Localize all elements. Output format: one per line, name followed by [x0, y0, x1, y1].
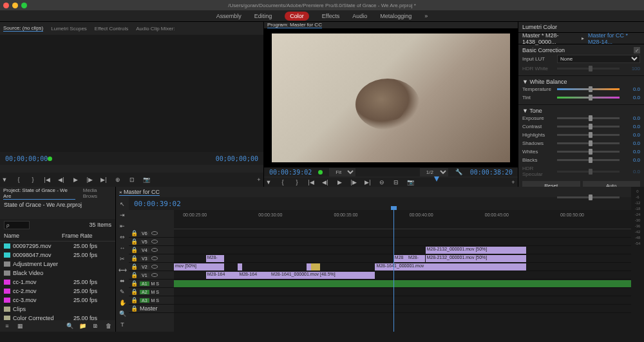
workspace-metalogging[interactable]: Metalogging — [380, 13, 412, 19]
icon-view-icon[interactable]: ▦ — [15, 321, 24, 330]
workspace-editing[interactable]: Editing — [254, 13, 272, 19]
contrast-value[interactable]: 0.0 — [622, 124, 640, 129]
source-tc-out[interactable]: 00;00;00;00 — [216, 155, 258, 162]
tab-effect-controls[interactable]: Effect Controls — [95, 26, 128, 32]
selection-tool-icon[interactable]: ↖ — [118, 200, 127, 209]
exposure-value[interactable]: 0.0 — [622, 115, 640, 121]
project-item[interactable]: cc-1.mov25.00 fps — [0, 278, 115, 287]
overwrite-icon[interactable]: ⊡ — [128, 175, 137, 184]
resolution-select[interactable]: 1/2 — [420, 168, 448, 176]
project-list[interactable]: 00097295.mov25.00 fps00098047.mov25.00 f… — [0, 242, 115, 320]
blacks-value[interactable]: 0.0 — [622, 157, 640, 163]
settings-icon[interactable]: + — [254, 175, 263, 184]
ripple-edit-icon[interactable]: ⇤ — [118, 222, 127, 231]
eye-icon[interactable] — [151, 240, 158, 243]
add-marker-icon[interactable]: ▼ — [0, 175, 9, 184]
program-monitor[interactable] — [264, 28, 518, 167]
shadows-slider[interactable] — [557, 142, 620, 144]
new-item-icon[interactable]: 🗎 — [91, 321, 100, 330]
timeline-tracks[interactable]: 00:00:25:0000:00:30:0000:00:35:0000:00:4… — [174, 210, 631, 332]
timeline-clip[interactable]: M28-164 — [238, 272, 270, 279]
whites-slider[interactable] — [557, 151, 620, 153]
source-scrubber[interactable] — [0, 165, 263, 173]
lock-icon[interactable]: 🔒 — [131, 305, 138, 312]
project-item[interactable]: Adjustment Layer — [0, 260, 115, 269]
temp-value[interactable]: 0.0 — [622, 86, 640, 92]
tab-lumetri-scopes[interactable]: Lumetri Scopes — [51, 26, 87, 32]
eye-icon[interactable] — [151, 248, 158, 252]
project-search[interactable] — [4, 221, 30, 229]
check-icon[interactable]: ✓ — [634, 47, 640, 53]
insert-icon[interactable]: ⊕ — [113, 175, 122, 184]
maximize-window[interactable] — [21, 3, 27, 8]
timeline-clip[interactable] — [307, 263, 311, 271]
lock-icon[interactable]: 🔒 — [131, 255, 138, 261]
project-item[interactable]: cc-3.mov25.00 fps — [0, 296, 115, 305]
timeline-clip[interactable]: M28-2132_000001.mov [50%] — [426, 247, 526, 254]
timeline-clip[interactable]: mov [50%] — [174, 263, 224, 271]
play-icon[interactable]: ▶ — [71, 175, 80, 184]
goto-out-icon[interactable]: ▶| — [363, 178, 372, 187]
wrench-icon[interactable]: 🔧 — [455, 167, 464, 176]
highlights-value[interactable]: 0.0 — [622, 132, 640, 138]
goto-in-icon[interactable]: |◀ — [43, 175, 52, 184]
temperature-slider[interactable] — [557, 88, 620, 90]
tab-program[interactable]: Program: Master for CC — [267, 22, 322, 28]
export-frame-icon[interactable]: 📷 — [142, 175, 151, 184]
track-header-V4[interactable]: 🔒V4 — [129, 246, 174, 254]
shadows-value[interactable]: 0.0 — [622, 140, 640, 146]
section-white-balance[interactable]: ▼ White Balance — [522, 79, 640, 85]
lock-icon[interactable]: 🔒 — [131, 230, 138, 236]
lumetri-clip[interactable]: Master for CC * M28-14... — [588, 32, 640, 45]
lock-icon[interactable]: 🔒 — [131, 280, 138, 287]
timeline-clip[interactable] — [238, 263, 242, 271]
track-header-A3[interactable]: 🔒A3M S — [129, 296, 174, 305]
contrast-slider[interactable] — [557, 126, 620, 128]
program-tc-current[interactable]: 00:00:39:02 — [269, 169, 312, 176]
col-name[interactable]: Name — [4, 233, 62, 239]
project-item[interactable]: Clips — [0, 305, 115, 314]
saturation-slider[interactable] — [557, 196, 620, 198]
mark-out-icon[interactable]: } — [292, 178, 301, 187]
list-view-icon[interactable]: ≡ — [3, 321, 12, 330]
eye-icon[interactable] — [151, 273, 158, 277]
lock-icon[interactable]: 🔒 — [131, 263, 138, 270]
blacks-slider[interactable] — [557, 159, 620, 161]
tab-sequence[interactable]: × Master for CC — [119, 189, 160, 196]
eye-icon[interactable] — [151, 265, 158, 269]
tint-value[interactable]: 0.0 — [622, 95, 640, 100]
step-back-icon[interactable]: ◀| — [321, 178, 330, 187]
play-icon[interactable]: ▶ — [335, 178, 344, 187]
workspace-assembly[interactable]: Assembly — [216, 13, 242, 19]
find-icon[interactable]: 🔍 — [65, 321, 74, 330]
workspace-color[interactable]: Color — [285, 12, 309, 21]
lock-icon[interactable]: 🔒 — [131, 272, 138, 278]
workspace-audio[interactable]: Audio — [352, 13, 367, 19]
export-frame-icon[interactable]: 📷 — [406, 178, 415, 187]
program-scrubber[interactable] — [264, 176, 518, 178]
razor-tool-icon[interactable]: ✂ — [118, 254, 127, 263]
lumetri-master[interactable]: Master * M28-1438_0000... — [522, 32, 578, 45]
lock-icon[interactable]: 🔒 — [131, 247, 138, 253]
minimize-window[interactable] — [12, 3, 18, 8]
project-item[interactable]: Color Corrected25.00 fps — [0, 314, 115, 320]
lock-icon[interactable]: 🔒 — [131, 297, 138, 303]
exposure-slider[interactable] — [557, 117, 620, 119]
source-tc-in[interactable]: 00;00;00;00 — [5, 155, 48, 162]
col-framerate[interactable]: Frame Rate — [62, 233, 94, 239]
goto-in-icon[interactable]: |◀ — [307, 178, 316, 187]
tab-source[interactable]: Source: (no clips) — [3, 25, 43, 32]
timeline-clip[interactable]: M28-2132_000001.mov [50%] — [426, 255, 526, 262]
timeline-clip[interactable]: M28 — [393, 255, 407, 262]
new-bin-icon[interactable]: 📁 — [78, 321, 87, 330]
source-monitor[interactable] — [0, 35, 263, 152]
trash-icon[interactable]: 🗑 — [104, 321, 113, 330]
track-header-V3[interactable]: 🔒V3 — [129, 254, 174, 263]
rolling-edit-icon[interactable]: ⇔ — [118, 233, 127, 242]
track-header-V2[interactable]: 🔒V2 — [129, 263, 174, 271]
settings-icon[interactable]: + — [509, 178, 518, 187]
project-item[interactable]: cc-2.mov25.00 fps — [0, 287, 115, 296]
track-header-V6[interactable]: 🔒V6 — [129, 229, 174, 238]
zoom-fit[interactable]: Fit — [329, 168, 355, 176]
pen-tool-icon[interactable]: ✎ — [118, 287, 127, 296]
